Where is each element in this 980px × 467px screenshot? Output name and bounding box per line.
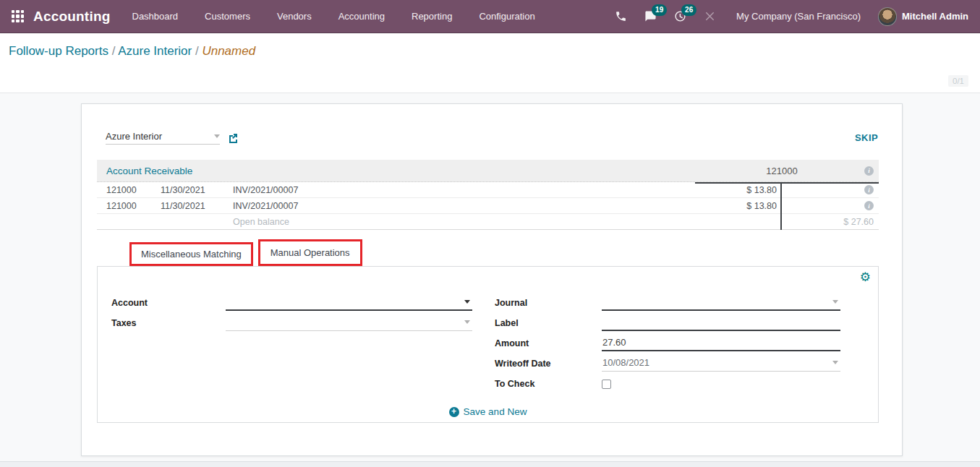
open-balance-row: Open balance $ 27.60 — [97, 214, 879, 230]
to-check-label: To Check — [495, 379, 602, 389]
amount-field-row: Amount — [495, 333, 840, 354]
breadcrumb-azure-interior[interactable]: Azure Interior — [118, 44, 192, 58]
top-navbar: Accounting Dashboard Customers Vendors A… — [0, 0, 980, 33]
taxes-field-row: Taxes — [111, 313, 472, 333]
save-and-new-button[interactable]: + Save and New — [98, 406, 878, 417]
tab-manual-operations[interactable]: Manual Operations — [258, 239, 362, 266]
chevron-down-icon — [832, 300, 838, 304]
label-input[interactable] — [602, 317, 838, 327]
label-label: Label — [495, 318, 602, 328]
line-date: 11/30/2021 — [161, 201, 233, 211]
line-label: INV/2021/00007 — [233, 185, 695, 195]
gear-icon[interactable]: ⚙ — [860, 271, 871, 283]
breadcrumb-separator: / — [192, 44, 202, 58]
debug-tools-icon[interactable] — [704, 10, 716, 22]
info-icon[interactable]: i — [864, 166, 874, 176]
record-pager[interactable]: 0/1 — [948, 75, 968, 87]
menu-customers[interactable]: Customers — [205, 8, 250, 25]
writeoff-date-label: Writeoff Date — [495, 359, 602, 369]
move-lines: 121000 11/30/2021 INV/2021/00007 $ 13.80… — [97, 182, 879, 230]
control-panel: Follow-up Reports / Azure Interior / Unn… — [0, 33, 980, 93]
activities-badge: 26 — [681, 4, 696, 16]
open-balance-label: Open balance — [233, 217, 695, 227]
line-debit: $ 13.80 — [695, 185, 782, 195]
amount-input-wrap — [602, 335, 840, 351]
user-avatar — [878, 7, 897, 26]
move-line-row[interactable]: 121000 11/30/2021 INV/2021/00007 $ 13.80… — [97, 198, 879, 214]
chevron-down-icon — [464, 300, 470, 304]
line-label: INV/2021/00007 — [233, 201, 695, 211]
navbar-systray: 19 26 My Company (San Francisco) Mitchel… — [615, 7, 968, 26]
account-name-link[interactable]: Account Receivable — [106, 166, 192, 176]
amount-input[interactable] — [602, 337, 838, 348]
save-and-new-label: Save and New — [464, 406, 527, 417]
to-check-field-row: To Check — [495, 374, 840, 394]
phone-icon[interactable] — [615, 10, 627, 22]
reconciliation-table: Account Receivable 121000 i 121000 11/30… — [97, 160, 879, 230]
user-menu[interactable]: Mitchell Admin — [878, 7, 968, 26]
tab-miscellaneous-matching[interactable]: Miscellaneous Matching — [129, 242, 253, 266]
journal-field-row: Journal — [495, 293, 840, 313]
company-switcher[interactable]: My Company (San Francisco) — [736, 11, 861, 22]
line-account: 121000 — [106, 201, 161, 211]
label-input-wrap — [602, 315, 840, 331]
messages-icon[interactable]: 19 — [644, 10, 657, 22]
messages-badge: 19 — [652, 4, 667, 16]
line-debit: $ 13.80 — [695, 201, 782, 211]
activities-clock-icon[interactable]: 26 — [674, 10, 686, 22]
journal-label: Journal — [495, 298, 602, 308]
manual-operation-form: Account Taxes — [98, 267, 878, 394]
account-field-row: Account — [111, 293, 472, 313]
label-field-row: Label — [495, 313, 840, 333]
amount-label: Amount — [495, 338, 602, 348]
writeoff-date-field-row: Writeoff Date — [495, 354, 840, 374]
matching-tabs: Miscellaneous Matching Manual Operations — [97, 239, 879, 266]
breadcrumb-separator: / — [108, 44, 118, 58]
partner-row: Azure Interior SKIP — [82, 104, 902, 145]
account-select[interactable] — [226, 295, 472, 311]
line-date: 11/30/2021 — [161, 185, 233, 195]
menu-dashboard[interactable]: Dashboard — [132, 8, 179, 25]
menu-vendors[interactable]: Vendors — [277, 8, 312, 25]
manual-operations-panel: ⚙ Account Taxes — [97, 266, 879, 423]
breadcrumb-followup-reports[interactable]: Follow-up Reports — [9, 44, 108, 58]
form-right-column: Journal Label Amount — [495, 293, 840, 394]
apps-menu-icon[interactable] — [12, 10, 24, 22]
taxes-select[interactable] — [226, 315, 472, 331]
t-account-divider-line — [780, 182, 782, 230]
menu-reporting[interactable]: Reporting — [412, 8, 452, 25]
chevron-down-icon — [464, 320, 470, 324]
account-code: 121000 — [766, 166, 797, 176]
open-balance-amount: $ 27.60 — [782, 217, 879, 227]
account-label: Account — [111, 298, 226, 308]
t-account-top-line — [695, 182, 879, 184]
taxes-label: Taxes — [111, 318, 226, 328]
external-link-icon[interactable] — [228, 133, 238, 143]
chevron-down-icon — [214, 134, 220, 138]
main-content: Azure Interior SKIP Account Receivable 1… — [0, 93, 980, 467]
line-account: 121000 — [106, 185, 161, 195]
info-icon[interactable]: i — [864, 201, 874, 210]
partner-value: Azure Interior — [106, 131, 162, 142]
plus-circle-icon: + — [449, 407, 459, 417]
breadcrumb: Follow-up Reports / Azure Interior / Unn… — [9, 44, 980, 59]
form-left-column: Account Taxes — [111, 293, 472, 394]
writeoff-date-select[interactable] — [602, 356, 840, 372]
chevron-down-icon — [832, 361, 838, 364]
menu-configuration[interactable]: Configuration — [479, 8, 534, 25]
to-check-checkbox[interactable] — [602, 380, 611, 389]
info-icon[interactable]: i — [864, 185, 874, 194]
partner-field[interactable]: Azure Interior — [106, 131, 220, 145]
user-name: Mitchell Admin — [902, 11, 968, 22]
account-header-row: Account Receivable 121000 i — [97, 160, 879, 182]
bottom-strip — [0, 461, 980, 467]
breadcrumb-current: Unnamed — [202, 44, 255, 58]
main-menu: Dashboard Customers Vendors Accounting R… — [132, 8, 535, 25]
reconciliation-card: Azure Interior SKIP Account Receivable 1… — [81, 103, 903, 456]
move-line-row[interactable]: 121000 11/30/2021 INV/2021/00007 $ 13.80… — [97, 182, 879, 198]
journal-select[interactable] — [602, 295, 840, 311]
skip-button[interactable]: SKIP — [855, 132, 878, 143]
menu-accounting[interactable]: Accounting — [338, 8, 385, 25]
app-title: Accounting — [33, 9, 111, 25]
writeoff-date-input[interactable] — [602, 357, 832, 368]
